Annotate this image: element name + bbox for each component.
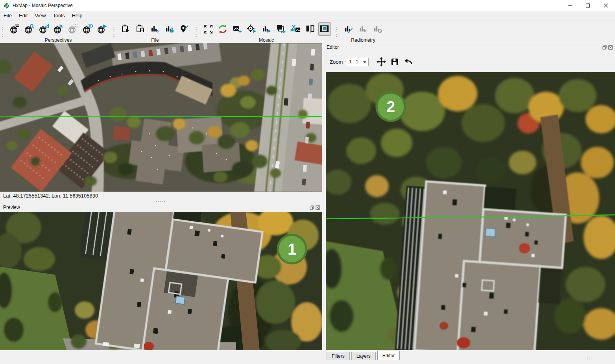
chevron-down-icon [363, 61, 366, 63]
minimize-button[interactable] [561, 0, 579, 11]
close-button[interactable] [597, 0, 615, 11]
float-icon [310, 205, 314, 210]
horizontal-splitter[interactable] [0, 200, 322, 203]
preview-canvas[interactable]: 1 [0, 212, 322, 350]
editor-panel-title: Editor [327, 44, 339, 50]
globe-grid-disabled-icon [67, 24, 78, 35]
minimize-icon [567, 3, 572, 8]
undo-button[interactable] [403, 56, 414, 67]
editor-toolbar: Zoom 1 : 1 [323, 52, 615, 72]
tiles-play-icon [275, 24, 286, 35]
preview-panel-title: Preview [3, 205, 20, 210]
histogram-lock-icon [164, 24, 175, 35]
preview-aerial-image: 1 [0, 212, 322, 350]
toolbar-handle[interactable] [1, 25, 4, 39]
window-title: HxMap - Mosaic Perspective [13, 3, 73, 8]
float-panel-button[interactable] [309, 205, 314, 210]
splitter-handle-dots [155, 201, 166, 203]
globe-search-button[interactable] [23, 22, 35, 36]
close-icon [608, 45, 613, 50]
left-column: Lat: 48.1725551342, Lon: 11.5635105830 P… [0, 43, 322, 364]
histogram-view-button[interactable] [149, 22, 161, 36]
histogram-check-disabled-button[interactable] [357, 22, 369, 36]
menu-bar: File Edit View Tools Help [0, 11, 615, 20]
toolbar-group-label: Radiometry [351, 37, 375, 43]
window-controls [561, 0, 615, 11]
globe-search-icon [24, 24, 35, 35]
clipboard-play-icon [120, 24, 131, 35]
menu-file[interactable]: File [0, 11, 15, 20]
image-add-button[interactable] [231, 22, 244, 36]
globe-grid-disabled-button[interactable] [66, 22, 79, 36]
histogram-check-disabled-icon [358, 24, 369, 35]
close-panel-button[interactable] [608, 45, 613, 50]
globe-measure-button[interactable] [37, 22, 50, 36]
histogram-lock-button[interactable] [163, 22, 176, 36]
globe-3d-icon: 3D [82, 24, 93, 35]
menu-view[interactable]: View [31, 11, 49, 20]
coordinates-readout: Lat: 48.1725551342, Lon: 11.5635105830 [3, 193, 98, 199]
histogram-edit-icon [343, 24, 354, 35]
histogram-play-button[interactable] [260, 22, 273, 36]
histogram-clock-disabled-button[interactable] [371, 22, 384, 36]
refresh-icon [217, 24, 228, 35]
seedpoint-play-icon [246, 24, 257, 35]
globe-measure-icon [38, 24, 49, 35]
toolbar-group-label: Mosaic [259, 37, 274, 43]
seedpoint-play-button[interactable] [246, 22, 258, 36]
image-compare-button[interactable] [304, 22, 316, 36]
seamline-green [0, 116, 322, 117]
pin-edit-button[interactable] [178, 22, 190, 36]
menu-help[interactable]: Help [68, 11, 86, 20]
editor-canvas[interactable]: 2 [326, 72, 615, 350]
globe-settings-icon [53, 24, 64, 35]
clipboard-play-button[interactable] [120, 22, 132, 36]
clipboard-save-button[interactable] [134, 22, 147, 36]
tiles-play-button[interactable] [275, 22, 287, 36]
zoom-select[interactable]: 1 : 1 [346, 58, 369, 66]
fit-view-button[interactable] [202, 22, 214, 36]
toolbar-group-file: File [116, 20, 194, 43]
toolbar-group-label: File [151, 37, 159, 43]
map-view-canvas[interactable] [0, 43, 322, 192]
save-button[interactable] [389, 56, 400, 67]
pan-button[interactable] [376, 56, 387, 67]
histogram-play-icon [261, 24, 272, 35]
globe-play-button[interactable] [96, 22, 108, 36]
menu-edit[interactable]: Edit [15, 11, 31, 20]
fit-view-icon [203, 24, 214, 35]
globe-3d-button[interactable]: 3D [81, 22, 94, 36]
maximize-button[interactable] [579, 0, 597, 11]
histogram-view-icon [150, 24, 161, 35]
float-icon [602, 45, 607, 50]
marker-2: 2 [377, 92, 405, 121]
globe-settings-button[interactable] [52, 22, 65, 36]
marker-2-label: 2 [386, 98, 395, 115]
undo-icon [403, 57, 413, 67]
tab-filters[interactable]: Filters [327, 352, 350, 360]
close-icon [316, 205, 320, 210]
clipboard-save-icon [135, 24, 146, 35]
toolbar-handle[interactable] [335, 25, 338, 39]
image-compare-icon [305, 24, 316, 35]
toolbar-group-label: Perspectives [45, 37, 72, 43]
svg-text:3D: 3D [88, 24, 93, 28]
zoom-value: 1 : 1 [349, 59, 358, 65]
globe-lines-icon [9, 24, 20, 35]
toolbar-handle[interactable] [113, 25, 115, 39]
pin-edit-icon [179, 24, 190, 35]
tab-layers[interactable]: Layers [351, 352, 376, 360]
toolbar-handle[interactable] [195, 25, 198, 39]
cut-image-button[interactable] [289, 22, 302, 36]
float-panel-button[interactable] [602, 45, 607, 50]
image-border-button[interactable] [318, 22, 331, 36]
resize-handle-dots[interactable] [586, 356, 593, 360]
tab-editor[interactable]: Editor [377, 351, 400, 360]
globe-lines-button[interactable] [8, 22, 21, 36]
menu-tools[interactable]: Tools [49, 11, 68, 20]
image-border-icon [319, 24, 330, 35]
refresh-button[interactable] [216, 22, 229, 36]
close-panel-button[interactable] [315, 205, 320, 210]
main-toolbar: 3D Perspectives [0, 20, 615, 43]
histogram-edit-button[interactable] [342, 22, 355, 36]
